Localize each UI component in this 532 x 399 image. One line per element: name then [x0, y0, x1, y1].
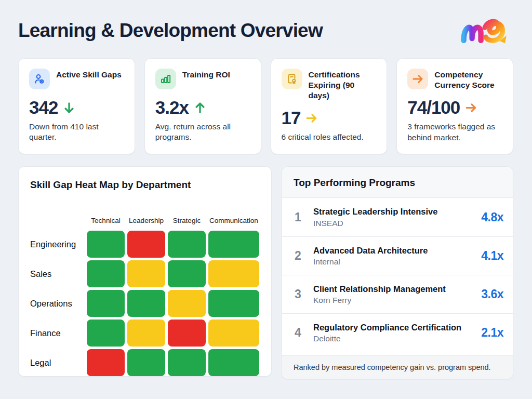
- programs-panel: Top Performing Programs 1 Strategic Lead…: [282, 166, 513, 379]
- dashboard-page: Learning & Development Overview: [0, 0, 532, 399]
- program-name: Client Relationship Management: [313, 284, 477, 295]
- program-rank: 4: [295, 326, 313, 340]
- program-provider: Internal: [313, 257, 477, 267]
- kpi-value-row: 3.2x: [155, 97, 250, 118]
- program-name: Advanced Data Architecture: [313, 245, 477, 256]
- kpi-card-2: Training ROI 3.2x Avg. return across all…: [144, 58, 261, 154]
- heatmap-cell-sales-communication[interactable]: [208, 260, 259, 287]
- header: Learning & Development Overview: [18, 14, 513, 48]
- kpi-head: Active Skill Gaps: [29, 69, 124, 90]
- program-rank: 1: [295, 210, 313, 224]
- trend-up-arrow-icon: [193, 101, 207, 115]
- heatmap-col-header-communication: Communication: [209, 217, 258, 228]
- heatmap-col-header-leadership: Leadership: [129, 217, 164, 228]
- kpi-value: 342: [29, 97, 58, 118]
- program-list-item[interactable]: 4 Regulatory Compliance Certification De…: [282, 313, 513, 352]
- heatmap-cell-operations-technical[interactable]: [87, 290, 125, 317]
- programs-title: Top Performing Programs: [294, 177, 501, 189]
- program-text: Strategic Leadership Intensive INSEAD: [313, 206, 481, 228]
- trend-right-arrow-icon: [464, 101, 477, 114]
- heatmap-cell-legal-leadership[interactable]: [127, 349, 165, 376]
- heatmap-cell-legal-communication[interactable]: [208, 349, 259, 376]
- certificate-icon: [282, 69, 302, 89]
- kpi-subtitle: 3 frameworks flagged as behind market.: [407, 122, 502, 143]
- kpi-label: Competency Currency Score: [434, 69, 502, 90]
- heatmap-cell-engineering-strategic[interactable]: [168, 231, 206, 258]
- program-provider: Deloitte: [313, 334, 477, 343]
- kpi-card-4: Competency Currency Score 74/100 3 frame…: [396, 58, 513, 154]
- kpi-value: 74/100: [407, 97, 460, 118]
- kpi-value-row: 342: [29, 97, 124, 118]
- heatmap-corner: [30, 201, 84, 212]
- heatmap-cell-sales-technical[interactable]: [87, 260, 125, 287]
- heatmap-row-label-finance: Finance: [30, 328, 84, 338]
- program-text: Client Relationship Management Korn Ferr…: [313, 284, 481, 305]
- kpi-label: Certifications Expiring (90 days): [309, 69, 377, 101]
- kpi-row: Active Skill Gaps 342 Down from 410 last…: [18, 58, 513, 154]
- heatmap-title: Skill Gap Heat Map by Department: [30, 179, 260, 191]
- trend-right-arrow-icon: [305, 112, 318, 125]
- panels-row: Skill Gap Heat Map by Department Technic…: [18, 166, 513, 379]
- kpi-card-3: Certifications Expiring (90 days) 17 6 c…: [271, 58, 388, 154]
- program-name: Regulatory Compliance Certification: [313, 322, 477, 333]
- heatmap-row-label-sales: Sales: [30, 269, 84, 279]
- page-title: Learning & Development Overview: [18, 20, 323, 42]
- heatmap-cell-engineering-technical[interactable]: [87, 231, 125, 258]
- program-name: Strategic Leadership Intensive: [313, 206, 477, 217]
- heatmap-cell-operations-communication[interactable]: [208, 290, 259, 317]
- programs-header: Top Performing Programs: [282, 167, 513, 198]
- kpi-subtitle: Avg. return across all programs.: [155, 122, 250, 143]
- program-roi-value: 2.1x: [481, 326, 503, 340]
- kpi-label: Active Skill Gaps: [56, 69, 122, 80]
- heatmap-cell-engineering-communication[interactable]: [208, 231, 259, 258]
- arrow-right-icon: [407, 69, 428, 89]
- heatmap-cell-finance-strategic[interactable]: [168, 320, 206, 347]
- kpi-label: Training ROI: [182, 69, 230, 80]
- kpi-subtitle: 6 critical roles affected.: [282, 132, 377, 142]
- kpi-head: Training ROI: [155, 69, 250, 90]
- program-rank: 2: [295, 249, 313, 263]
- program-roi-value: 4.8x: [481, 210, 503, 224]
- program-provider: INSEAD: [313, 219, 477, 228]
- trend-down-arrow-icon: [62, 101, 76, 115]
- kpi-head: Competency Currency Score: [407, 69, 502, 90]
- heatmap-cell-operations-strategic[interactable]: [168, 290, 206, 317]
- kpi-head: Certifications Expiring (90 days): [282, 69, 377, 101]
- program-text: Advanced Data Architecture Internal: [313, 245, 481, 267]
- heatmap-cell-legal-technical[interactable]: [87, 349, 125, 376]
- program-list-item[interactable]: 3 Client Relationship Management Korn Fe…: [282, 275, 513, 313]
- bar-chart-icon: [155, 69, 176, 89]
- heatmap-cell-finance-communication[interactable]: [208, 320, 259, 347]
- kpi-value: 3.2x: [155, 97, 189, 118]
- kpi-value-row: 17: [282, 108, 377, 128]
- heatmap-cell-sales-strategic[interactable]: [168, 260, 206, 287]
- heatmap-cell-finance-leadership[interactable]: [127, 320, 165, 347]
- program-roi-value: 3.6x: [481, 287, 503, 301]
- heatmap-cell-sales-leadership[interactable]: [127, 260, 165, 287]
- program-list-item[interactable]: 2 Advanced Data Architecture Internal 4.…: [282, 236, 513, 275]
- heatmap-cell-finance-technical[interactable]: [87, 320, 125, 347]
- heatmap-panel: Skill Gap Heat Map by Department Technic…: [18, 166, 272, 377]
- program-text: Regulatory Compliance Certification Delo…: [313, 322, 481, 344]
- heatmap-row-label-legal: Legal: [30, 358, 84, 368]
- heatmap-grid: TechnicalLeadershipStrategicCommunicatio…: [30, 201, 260, 376]
- heatmap-cell-operations-leadership[interactable]: [127, 290, 165, 317]
- program-provider: Korn Ferry: [313, 296, 477, 305]
- heatmap-col-header-technical: Technical: [91, 217, 120, 228]
- program-list-item[interactable]: 1 Strategic Leadership Intensive INSEAD …: [282, 198, 513, 236]
- kpi-card-1: Active Skill Gaps 342 Down from 410 last…: [18, 58, 135, 154]
- kpi-value: 17: [282, 108, 301, 128]
- heatmap-row-label-operations: Operations: [30, 299, 84, 309]
- programs-list: 1 Strategic Leadership Intensive INSEAD …: [282, 198, 513, 355]
- brand-logo-icon: [459, 15, 513, 47]
- programs-footer-note: Ranked by measured competency gain vs. p…: [282, 355, 513, 379]
- heatmap-row-label-engineering: Engineering: [30, 240, 84, 249]
- program-roi-value: 4.1x: [481, 249, 503, 263]
- heatmap-cell-engineering-leadership[interactable]: [127, 231, 165, 258]
- heatmap-cell-legal-strategic[interactable]: [168, 349, 206, 376]
- kpi-value-row: 74/100: [407, 97, 502, 118]
- heatmap-col-header-strategic: Strategic: [173, 217, 201, 228]
- user-icon: [29, 69, 50, 89]
- kpi-subtitle: Down from 410 last quarter.: [29, 122, 124, 143]
- program-rank: 3: [295, 287, 313, 301]
